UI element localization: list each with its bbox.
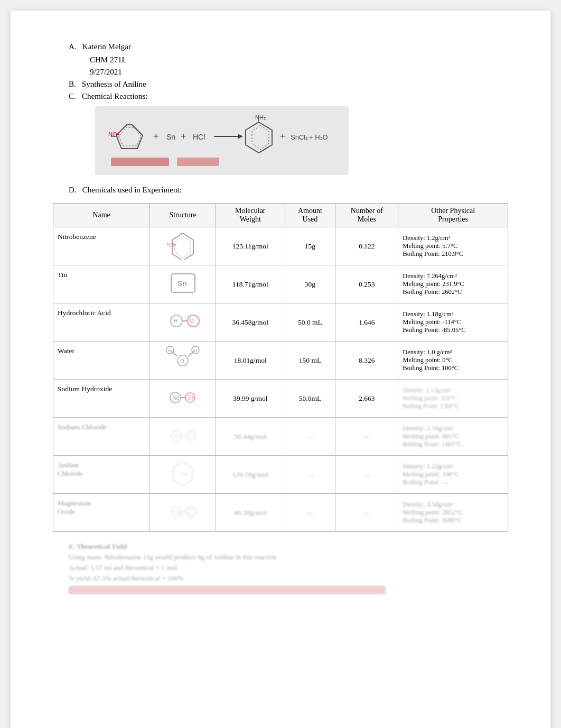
mw-nitrobenzene: 123.11g/mol [216, 227, 285, 265]
table-row-blurred: MagnesiumOxide Mg O 40.30g/mol — — Densi… [53, 494, 508, 532]
moles-nitrobenzene: 0.122 [335, 227, 398, 265]
item-c: C. Chemical Reactions: [69, 92, 508, 101]
svg-text:OH: OH [188, 395, 195, 401]
table-row: Sodium Hydroxide Na OH 39.99 g/mol 50.0m… [53, 380, 508, 418]
course-item: CHM 271L [90, 56, 508, 64]
table-row: Hydrochloric Acid H Cl 36.458g/mol 50.0 … [53, 303, 508, 342]
structure-blurred-3: Mg O [150, 494, 216, 532]
chem-name-blurred-1: Sodium Chloride [53, 418, 150, 456]
props-blurred-2: Density: 1.22g/cm³Melting point: 198°CBo… [398, 456, 508, 494]
svg-text:Na: Na [173, 433, 180, 439]
svg-text:+: + [181, 131, 186, 142]
amount-naoh: 50.0mL [285, 380, 335, 418]
mw-hcl: 36.458g/mol [216, 303, 285, 342]
structure-blurred-1: Na Cl [150, 418, 216, 456]
svg-text:Sn: Sn [166, 133, 175, 141]
col-mw: MolecularWeight [216, 204, 285, 227]
svg-text:Sn: Sn [177, 279, 187, 288]
chemicals-table: Name Structure MolecularWeight AmountUse… [53, 203, 508, 532]
item-c-text: Chemical Reactions: [82, 92, 148, 100]
props-tin: Density: 7.264g/cm³Melting point: 231.9°… [398, 265, 508, 303]
chem-name-blurred-2: AnilineChloride [53, 456, 150, 494]
col-amount: AmountUsed [285, 204, 335, 227]
student-name: Katerin Melgar [82, 42, 131, 51]
chem-name-blurred-3: MagnesiumOxide [53, 494, 150, 532]
svg-text:SnCl₂: SnCl₂ [291, 133, 308, 141]
header-section: A. Katerin Melgar CHM 271L 9/27/2021 B. … [53, 42, 508, 175]
amount-hcl: 50.0 mL [285, 303, 335, 342]
mw-tin: 118.71g/mol [216, 265, 285, 303]
svg-marker-21 [175, 236, 191, 258]
svg-text:O: O [180, 358, 184, 364]
col-structure: Structure [150, 204, 216, 227]
moles-blurred-3: — [335, 494, 398, 532]
col-moles: Number ofMoles [335, 204, 398, 227]
item-b-text: Synthesis of Aniline [82, 80, 146, 88]
svg-marker-10 [238, 134, 243, 139]
item-c-label: C. [69, 92, 76, 100]
moles-naoh: 2.663 [335, 380, 398, 418]
page: A. Katerin Melgar CHM 271L 9/27/2021 B. … [11, 11, 550, 728]
amount-tin: 30g [285, 265, 335, 303]
mw-blurred-3: 40.30g/mol [216, 494, 285, 532]
mw-blurred-2: 129.59g/mol [216, 456, 285, 494]
structure-nitrobenzene: NO₂ [150, 227, 216, 265]
table-row: Water O H H 18.01g/mol [53, 342, 508, 380]
moles-blurred-2: — [335, 456, 398, 494]
section-d-header: D. Chemicals used in Experiment: [69, 186, 508, 195]
mw-header-text: MolecularWeight [235, 207, 266, 223]
amount-water: 150 mL [285, 342, 335, 380]
svg-rect-19 [177, 158, 219, 166]
svg-rect-18 [111, 158, 169, 166]
chem-name-tin: Tin [53, 265, 150, 303]
amount-nitrobenzene: 15g [285, 227, 335, 265]
props-nitrobenzene: Density: 1.2g/cm³Melting point: 5.7°CBoi… [398, 227, 508, 265]
item-a: A. Katerin Melgar [69, 42, 508, 51]
svg-line-32 [171, 351, 177, 356]
svg-text:H: H [168, 348, 172, 353]
svg-text:H: H [174, 318, 177, 324]
footer-text2: Actual: 5.57 ml and theoretical × 1 mol [69, 564, 508, 572]
mw-blurred-1: 58.44g/mol [216, 418, 285, 456]
col-name: Name [53, 204, 150, 227]
svg-marker-0 [116, 125, 143, 149]
svg-text:NH₂: NH₂ [180, 472, 189, 477]
props-water: Density: 1.0 g/cm³Melting point: 0°CBoil… [398, 342, 508, 380]
footer-text3: % yield: 67.5% actual/theoretical × 100% [69, 574, 508, 583]
svg-text:NH₂: NH₂ [255, 114, 266, 121]
props-header-text: Other PhysicalProperties [431, 207, 475, 223]
table-row: Nitrobenzene NO₂ 123.11g/mol 15g 0.122 [53, 227, 508, 265]
moles-water: 8.326 [335, 342, 398, 380]
svg-text:H: H [193, 348, 197, 353]
chem-name-water: Water [53, 342, 150, 380]
svg-marker-12 [252, 125, 269, 150]
footer-text1: Using mass: Nitrobenzene 15g would produ… [69, 553, 508, 561]
structure-water: O H H [150, 342, 216, 380]
moles-blurred-1: — [335, 418, 398, 456]
moles-hcl: 1.646 [335, 303, 398, 342]
props-naoh: Density: 2.13g/cm³Melting point: 318°CBo… [398, 380, 508, 418]
svg-text:Cl: Cl [189, 433, 193, 439]
structure-tin: Sn [150, 265, 216, 303]
svg-text:+: + [280, 131, 286, 142]
props-blurred-3: Density: 3.58g/cm³Melting point: 2852°CB… [398, 494, 508, 532]
svg-text:Cl: Cl [190, 318, 194, 324]
table-row-blurred: AnilineChloride NH₂ 129.59g/mol — — Dens… [53, 456, 508, 494]
structure-blurred-2: NH₂ [150, 456, 216, 494]
reaction-svg: NO₂ + Sn + HCl NH₂ [100, 109, 343, 172]
item-b: B. Synthesis of Aniline [69, 80, 508, 89]
course-text: CHM 271L [90, 56, 127, 64]
svg-text:HCl: HCl [193, 133, 205, 141]
item-d-text: Chemicals used in Experiment: [82, 186, 182, 194]
amount-header-text: AmountUsed [298, 207, 322, 223]
mw-water: 18.01g/mol [216, 342, 285, 380]
props-blurred-1: Density: 2.16g/cm³Melting point: 801°CBo… [398, 418, 508, 456]
chem-name-naoh: Sodium Hydroxide [53, 380, 150, 418]
item-a-label: A. [69, 42, 77, 51]
chem-name-hcl: Hydrochloric Acid [53, 303, 150, 342]
item-d-label: D. [69, 186, 77, 194]
reaction-diagram: NO₂ + Sn + HCl NH₂ [95, 106, 349, 175]
col-props: Other PhysicalProperties [398, 204, 508, 227]
mw-naoh: 39.99 g/mol [216, 380, 285, 418]
date-text: 9/27/2021 [90, 68, 122, 76]
